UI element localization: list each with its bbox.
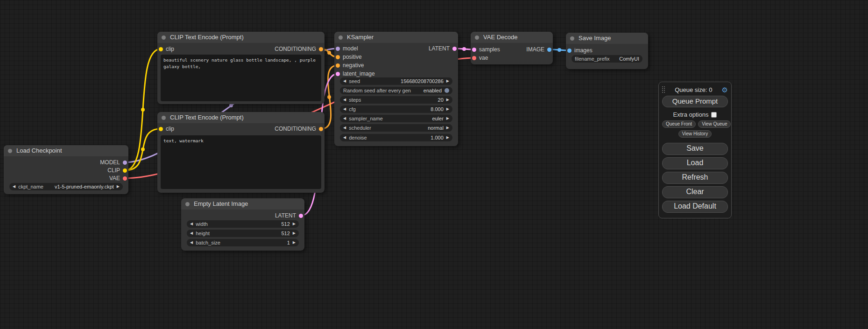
slot-dot[interactable]: [472, 48, 476, 52]
collapse-dot[interactable]: [8, 149, 12, 153]
slot-dot[interactable]: [159, 47, 163, 51]
output-slot-vae[interactable]: VAE: [109, 175, 127, 182]
node-title[interactable]: KSampler: [334, 32, 458, 43]
settings-gear-icon[interactable]: ⚙: [722, 86, 728, 93]
queue-prompt-button[interactable]: Queue Prompt: [662, 96, 728, 107]
node-save-image[interactable]: Save Image images filename_prefix ComfyU…: [566, 33, 648, 69]
slot-dot[interactable]: [472, 56, 476, 60]
node-title[interactable]: Empty Latent Image: [181, 198, 304, 210]
view-history-button[interactable]: View History: [678, 130, 712, 138]
increment-arrow-icon[interactable]: ▶: [446, 124, 449, 132]
decrement-arrow-icon[interactable]: ◀: [190, 220, 193, 228]
prompt-textarea[interactable]: text, watermark: [161, 135, 321, 189]
extra-options-checkbox[interactable]: [711, 112, 717, 118]
node-title[interactable]: VAE Decode: [471, 32, 553, 43]
slot-dot[interactable]: [336, 63, 340, 68]
input-slot-samples[interactable]: samples: [472, 46, 500, 53]
queue-front-button[interactable]: Queue Front: [662, 120, 696, 128]
input-slot-positive[interactable]: positive: [336, 53, 362, 61]
widget-sampler-name[interactable]: ◀ sampler_name euler ▶: [340, 115, 452, 122]
toggle-enabled-dot[interactable]: [445, 88, 449, 93]
increment-arrow-icon[interactable]: ▶: [446, 115, 449, 122]
widget-steps[interactable]: ◀ steps 20 ▶: [340, 96, 452, 104]
increment-arrow-icon[interactable]: ▶: [446, 105, 449, 113]
slot-dot[interactable]: [336, 72, 340, 76]
input-slot-model[interactable]: model: [336, 45, 358, 52]
decrement-arrow-icon[interactable]: ◀: [190, 230, 193, 237]
slot-dot[interactable]: [336, 47, 340, 51]
slot-dot[interactable]: [547, 48, 551, 52]
increment-arrow-icon[interactable]: ▶: [117, 183, 120, 190]
widget-seed[interactable]: ◀ seed 156680208700286 ▶: [340, 77, 452, 85]
output-slot-latent[interactable]: LATENT: [275, 212, 303, 219]
slot-dot[interactable]: [319, 47, 323, 51]
node-ksampler[interactable]: KSampler model positive negative latent_…: [334, 32, 458, 146]
widget-scheduler[interactable]: ◀ scheduler normal ▶: [340, 124, 452, 132]
view-queue-button[interactable]: View Queue: [698, 120, 731, 128]
decrement-arrow-icon[interactable]: ◀: [343, 77, 346, 85]
node-empty-latent-image[interactable]: Empty Latent Image LATENT ◀ width 512 ▶ …: [181, 198, 304, 251]
widget-filename-prefix[interactable]: filename_prefix ComfyUI: [572, 55, 642, 63]
node-clip-text-encode-negative[interactable]: CLIP Text Encode (Prompt) clip CONDITION…: [157, 112, 325, 193]
widget-ckpt-name[interactable]: ◀ ckpt_name v1-5-pruned-emaonly.ckpt ▶: [9, 183, 123, 190]
collapse-dot[interactable]: [162, 35, 166, 40]
slot-dot[interactable]: [159, 127, 163, 131]
decrement-arrow-icon[interactable]: ◀: [343, 124, 346, 132]
widget-width[interactable]: ◀ width 512 ▶: [187, 220, 299, 228]
prompt-textarea[interactable]: beautiful scenery nature glass bottle la…: [161, 55, 321, 101]
decrement-arrow-icon[interactable]: ◀: [343, 96, 346, 104]
output-slot-image[interactable]: IMAGE: [526, 46, 551, 53]
collapse-dot[interactable]: [570, 36, 574, 41]
slot-dot[interactable]: [319, 127, 323, 131]
output-slot-latent[interactable]: LATENT: [429, 45, 457, 52]
node-title[interactable]: CLIP Text Encode (Prompt): [157, 32, 325, 43]
node-title[interactable]: Save Image: [566, 33, 648, 44]
widget-cfg[interactable]: ◀ cfg 8.000 ▶: [340, 105, 452, 113]
drag-handle-icon[interactable]: [662, 86, 665, 93]
save-button[interactable]: Save: [662, 143, 728, 155]
node-graph-canvas[interactable]: Load Checkpoint MODEL CLIP VAE ◀ ckpt_na…: [0, 0, 868, 329]
slot-dot[interactable]: [123, 161, 127, 165]
load-button[interactable]: Load: [662, 157, 728, 169]
input-slot-images[interactable]: images: [567, 47, 593, 54]
decrement-arrow-icon[interactable]: ◀: [343, 134, 346, 141]
slot-dot[interactable]: [123, 176, 127, 181]
input-slot-negative[interactable]: negative: [336, 62, 364, 69]
slot-dot[interactable]: [123, 168, 127, 173]
slot-dot[interactable]: [567, 49, 572, 53]
decrement-arrow-icon[interactable]: ◀: [190, 239, 193, 246]
output-slot-conditioning[interactable]: CONDITIONING: [275, 45, 323, 53]
decrement-arrow-icon[interactable]: ◀: [343, 105, 346, 113]
output-slot-model[interactable]: MODEL: [100, 159, 127, 166]
increment-arrow-icon[interactable]: ▶: [293, 220, 296, 228]
increment-arrow-icon[interactable]: ▶: [446, 134, 449, 141]
input-slot-clip[interactable]: clip: [159, 125, 174, 133]
collapse-dot[interactable]: [162, 116, 166, 120]
decrement-arrow-icon[interactable]: ◀: [343, 115, 346, 122]
output-slot-clip[interactable]: CLIP: [107, 167, 127, 174]
collapse-dot[interactable]: [185, 202, 190, 206]
refresh-button[interactable]: Refresh: [662, 172, 728, 184]
load-default-button[interactable]: Load Default: [662, 201, 728, 213]
node-title[interactable]: Load Checkpoint: [4, 145, 128, 156]
widget-denoise[interactable]: ◀ denoise 1.000 ▶: [340, 134, 452, 141]
node-title[interactable]: CLIP Text Encode (Prompt): [157, 112, 325, 123]
slot-dot[interactable]: [336, 55, 340, 59]
increment-arrow-icon[interactable]: ▶: [293, 239, 296, 246]
widget-batch-size[interactable]: ◀ batch_size 1 ▶: [187, 239, 299, 246]
node-clip-text-encode-positive[interactable]: CLIP Text Encode (Prompt) clip CONDITION…: [157, 32, 325, 104]
widget-height[interactable]: ◀ height 512 ▶: [187, 230, 299, 237]
increment-arrow-icon[interactable]: ▶: [293, 230, 296, 237]
slot-dot[interactable]: [299, 214, 303, 218]
collapse-dot[interactable]: [339, 35, 343, 40]
node-vae-decode[interactable]: VAE Decode samples vae IMAGE: [471, 32, 553, 64]
widget-control-after-generate[interactable]: Random seed after every gen enabled: [340, 87, 452, 94]
decrement-arrow-icon[interactable]: ◀: [13, 183, 15, 190]
output-slot-conditioning[interactable]: CONDITIONING: [275, 125, 323, 133]
clear-button[interactable]: Clear: [662, 186, 728, 198]
slot-dot[interactable]: [452, 47, 457, 51]
input-slot-vae[interactable]: vae: [472, 54, 488, 62]
input-slot-clip[interactable]: clip: [159, 45, 174, 53]
increment-arrow-icon[interactable]: ▶: [446, 96, 449, 104]
node-load-checkpoint[interactable]: Load Checkpoint MODEL CLIP VAE ◀ ckpt_na…: [4, 145, 128, 194]
